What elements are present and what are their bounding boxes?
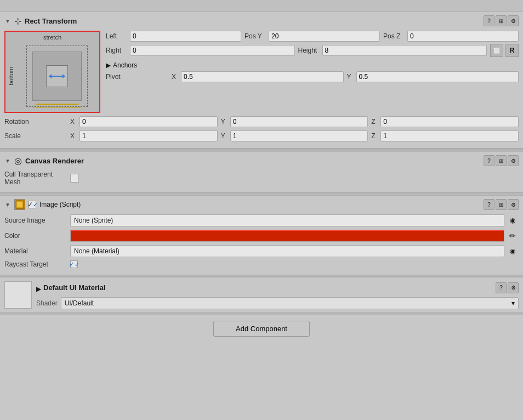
anchors-row[interactable]: ▶ Anchors	[106, 59, 519, 71]
scale-y-label: Y	[221, 132, 229, 140]
shader-value: UI/Default	[65, 299, 94, 307]
rect-transform-header: ▼ ⊹ Rect Transform ? ⊞ ⚙	[4, 15, 519, 26]
rotation-fields: X Y Z	[70, 116, 519, 127]
material-expand: ▶ Default UI Material	[36, 283, 105, 294]
material-help-button[interactable]: ?	[496, 282, 507, 293]
add-component-button[interactable]: Add Component	[213, 321, 310, 337]
svg-rect-1	[17, 202, 22, 207]
field-row-1: Left Pos Y Pos Z	[106, 31, 519, 42]
canvas-icon: ◎	[14, 156, 22, 166]
scale-fields: X Y Z	[70, 130, 519, 141]
pivot-y-label: Y	[347, 73, 355, 81]
pen-icon: ✏	[509, 231, 516, 240]
material-gear-button[interactable]: ⚙	[508, 282, 519, 293]
h-arrow	[49, 76, 65, 77]
material-dot-icon[interactable]: ◉	[507, 245, 519, 257]
scale-row: Scale X Y Z	[4, 130, 519, 141]
material-value[interactable]: None (Material)	[70, 245, 504, 257]
source-image-dot-icon[interactable]: ◉	[507, 214, 519, 226]
anchor-widget[interactable]: stretch bottom	[4, 31, 100, 113]
rotation-label: Rotation	[4, 118, 70, 126]
checkbox-checkmark: ✓	[27, 201, 33, 208]
scale-label: Scale	[4, 132, 70, 140]
image-script-panel: ▼ ✓ Image (Script) ? ⊞ ⚙ Source Image No…	[0, 195, 523, 275]
height-label: Height	[298, 47, 320, 54]
field-col-posy: Pos Y	[245, 31, 380, 42]
blueprint-reset-group: ⬜ R	[490, 44, 519, 57]
rotation-z-input[interactable]	[380, 116, 519, 127]
material-dot: ◉	[510, 247, 515, 255]
rect-transform-panel: ▼ ⊹ Rect Transform ? ⊞ ⚙ stretch bottom	[0, 12, 523, 149]
height-input[interactable]	[322, 45, 487, 56]
anchor-box	[32, 52, 82, 101]
rect-gear-button[interactable]: ⚙	[508, 15, 519, 26]
source-image-row: Source Image None (Sprite) ◉	[4, 214, 519, 226]
rect-transform-title: Rect Transform	[25, 17, 480, 25]
image-script-title: Image (Script)	[39, 201, 81, 208]
rect-help-button[interactable]: ?	[484, 15, 494, 26]
reset-button[interactable]: R	[505, 44, 519, 57]
rect-grid-button[interactable]: ⊞	[496, 15, 507, 26]
pivot-x-input[interactable]	[181, 71, 344, 82]
right-input[interactable]	[130, 45, 295, 56]
anchor-box-container	[16, 43, 97, 110]
collapse-arrow-image[interactable]: ▼	[4, 201, 11, 208]
scale-x-label: X	[70, 132, 78, 140]
posz-input[interactable]	[407, 31, 519, 42]
pivot-fields: X Y	[172, 71, 519, 82]
canvas-help-button[interactable]: ?	[484, 155, 494, 166]
material-row: Material None (Material) ◉	[4, 245, 519, 257]
scale-x-input[interactable]	[79, 130, 218, 141]
pivot-row: Pivot X Y	[106, 71, 519, 82]
scale-z-input[interactable]	[380, 130, 519, 141]
image-script-checkbox[interactable]: ✓	[29, 201, 36, 208]
cull-checkbox[interactable]	[70, 174, 79, 183]
canvas-renderer-title: Canvas Renderer	[25, 157, 480, 165]
collapse-arrow-rect[interactable]: ▼	[4, 18, 11, 24]
rotation-y-input[interactable]	[230, 116, 368, 127]
shader-dropdown[interactable]: UI/Default ▾	[61, 297, 519, 309]
anchors-label: Anchors	[113, 61, 137, 69]
top-bar	[0, 0, 523, 12]
rect-transform-content: stretch bottom Left	[4, 31, 519, 113]
image-script-header: ▼ ✓ Image (Script) ? ⊞ ⚙	[4, 199, 519, 210]
color-swatch[interactable]	[70, 230, 504, 242]
rect-transform-icon: ⊹	[14, 16, 21, 26]
color-pen-icon[interactable]: ✏	[507, 230, 519, 242]
pivot-label: Pivot	[106, 73, 172, 81]
raycast-row: Raycast Target ✓	[4, 260, 519, 268]
rect-transform-header-icons: ? ⊞ ⚙	[484, 15, 519, 26]
material-expand-arrow[interactable]: ▶	[36, 285, 41, 293]
material-info: ▶ Default UI Material ? ⚙ Shader UI/Defa…	[36, 281, 519, 309]
scale-y-input[interactable]	[230, 130, 368, 141]
scale-z-field: Z	[371, 130, 519, 141]
left-input[interactable]	[130, 31, 241, 42]
pivot-y-input[interactable]	[356, 71, 519, 82]
image-help-button[interactable]: ?	[484, 199, 494, 210]
source-image-value[interactable]: None (Sprite)	[70, 214, 504, 226]
material-title: Default UI Material	[43, 283, 105, 292]
canvas-grid-button[interactable]: ⊞	[496, 155, 507, 166]
source-image-label: Source Image	[4, 217, 70, 224]
dot-icon: ◉	[510, 217, 515, 224]
shader-row: Shader UI/Default ▾	[36, 297, 519, 309]
field-col-left: Left	[106, 31, 241, 42]
image-gear-button[interactable]: ⚙	[508, 199, 519, 210]
rotation-x-field: X	[70, 116, 218, 127]
bottom-line	[36, 104, 78, 105]
field-row-2: Right Height ⬜ R	[106, 44, 519, 57]
posy-input[interactable]	[269, 31, 380, 42]
material-header-icons: ? ⚙	[496, 282, 519, 293]
canvas-renderer-icons: ? ⊞ ⚙	[484, 155, 519, 166]
image-grid-button[interactable]: ⊞	[496, 199, 507, 210]
anchors-arrow: ▶	[106, 61, 111, 69]
blueprint-button[interactable]: ⬜	[490, 44, 503, 57]
scale-x-field: X	[70, 130, 218, 141]
scale-y-field: Y	[221, 130, 368, 141]
anchor-inner: bottom	[8, 43, 97, 110]
canvas-gear-button[interactable]: ⚙	[508, 155, 519, 166]
rotation-x-input[interactable]	[79, 116, 218, 127]
collapse-arrow-canvas[interactable]: ▼	[4, 157, 11, 164]
material-section: ▶ Default UI Material ? ⚙ Shader UI/Defa…	[0, 277, 523, 313]
raycast-checkbox[interactable]: ✓	[70, 260, 78, 268]
